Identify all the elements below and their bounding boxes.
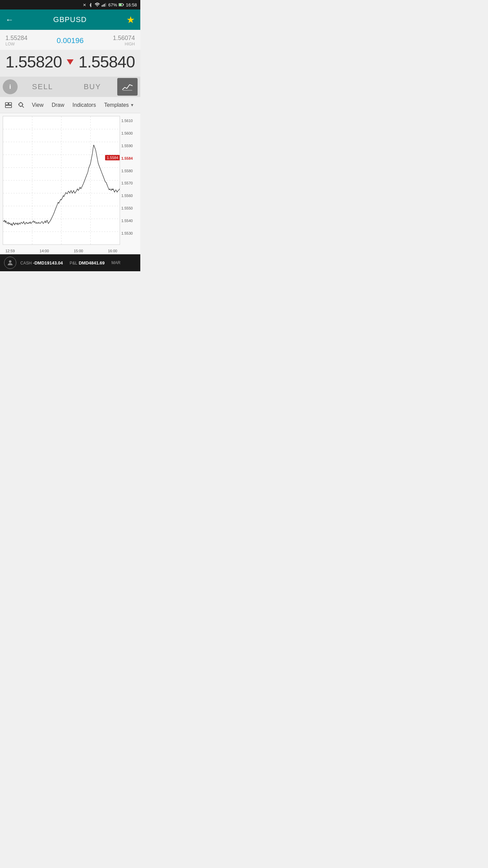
header: ← GBPUSD ★ (0, 9, 140, 30)
chart-toolbar: View Draw Indicators Templates ▼ (0, 97, 140, 113)
avatar-icon (6, 259, 14, 267)
price-change: 0.00196 (57, 36, 84, 45)
bid-ask-separator (67, 59, 74, 65)
high-label: HIGH (113, 42, 135, 46)
wifi-icon (95, 2, 100, 7)
y-label-1: 1.5600 (121, 131, 139, 135)
action-bar: i SELL BUY (0, 77, 140, 97)
svg-rect-9 (9, 102, 12, 104)
bid-price: 1.55820 (5, 53, 62, 71)
bluetooth-icon: ⨯ (83, 2, 86, 7)
battery-icon (119, 3, 124, 7)
svg-rect-8 (5, 102, 8, 104)
svg-line-12 (22, 106, 24, 107)
pl-stat: P&L DMD4841.69 (70, 260, 105, 265)
account-info: CASH -DMD19143.04 P&L DMD4841.69 MAR (20, 260, 136, 265)
cash-value: -DMD19143.04 (33, 260, 63, 265)
x-label-1400: 14:00 (40, 249, 49, 253)
status-icons: ⨯ 67% 16:58 (83, 2, 137, 7)
indicators-label: Indicators (73, 102, 96, 108)
sell-button[interactable]: SELL (18, 79, 67, 94)
mar-stat: MAR (111, 260, 121, 265)
pair-title: GBPUSD (53, 15, 87, 24)
y-label-8: 1.5540 (121, 219, 139, 223)
status-bar: ⨯ 67% 16:58 (0, 0, 140, 9)
crosshair-button[interactable] (16, 99, 27, 111)
price-low: 1.55284 LOW (5, 35, 27, 46)
y-label-9: 1.5530 (121, 231, 139, 235)
svg-rect-10 (5, 105, 12, 107)
view-label: View (32, 102, 43, 108)
bluetooth-icon (88, 2, 93, 7)
svg-point-30 (9, 260, 11, 263)
y-label-7: 1.5550 (121, 206, 139, 210)
low-label: LOW (5, 42, 27, 46)
signal-icon (102, 2, 106, 7)
y-label-3: 1.5584 (121, 156, 139, 160)
view-menu-item[interactable]: View (28, 99, 47, 111)
current-price-badge: 1.5584 (105, 155, 120, 160)
chart-y-axis: 1.56101.56001.55901.55841.55801.55701.55… (120, 116, 140, 245)
svg-rect-5 (123, 4, 124, 5)
svg-rect-1 (103, 4, 104, 6)
chart-icon (122, 82, 133, 92)
svg-rect-2 (104, 4, 105, 6)
svg-rect-3 (105, 3, 106, 7)
pl-value: DMD4841.69 (79, 260, 105, 265)
crosshair-icon (18, 101, 25, 109)
cash-label: CASH (20, 261, 32, 265)
price-summary: 1.55284 LOW 0.00196 1.56074 HIGH (0, 30, 140, 50)
y-label-2: 1.5590 (121, 144, 139, 148)
y-label-0: 1.5610 (121, 119, 139, 123)
draw-menu-item[interactable]: Draw (48, 99, 67, 111)
templates-chevron-icon: ▼ (130, 103, 134, 107)
y-label-5: 1.5570 (121, 181, 139, 185)
chart-x-axis: 12:59 14:00 15:00 16:00 (0, 248, 140, 254)
cash-stat: CASH -DMD19143.04 (20, 260, 63, 265)
svg-rect-7 (123, 90, 133, 91)
templates-menu-item[interactable]: Templates ▼ (101, 99, 138, 111)
info-button[interactable]: i (3, 79, 18, 94)
x-label-1500: 15:00 (74, 249, 83, 253)
high-value: 1.56074 (113, 35, 135, 42)
templates-label: Templates (104, 102, 129, 108)
chart-view-button[interactable] (117, 78, 138, 96)
expand-button[interactable] (3, 99, 14, 111)
sell-label: SELL (32, 82, 53, 91)
draw-label: Draw (52, 102, 64, 108)
trend-indicator (67, 59, 74, 65)
chart-area: 1.5584 1.56101.56001.55901.55841.55801.5… (0, 113, 140, 248)
favorite-star[interactable]: ★ (126, 14, 135, 25)
x-label-1600: 16:00 (108, 249, 117, 253)
ask-price: 1.55840 (78, 53, 135, 71)
x-label-1259: 12:59 (5, 249, 15, 253)
user-avatar[interactable] (4, 257, 16, 269)
buy-button[interactable]: BUY (67, 79, 117, 94)
price-chart-svg (3, 116, 120, 244)
indicators-menu-item[interactable]: Indicators (69, 99, 99, 111)
time-display: 16:58 (126, 2, 137, 7)
back-button[interactable]: ← (5, 15, 14, 24)
y-label-6: 1.5560 (121, 194, 139, 198)
info-icon: i (9, 83, 11, 91)
chart-canvas[interactable]: 1.5584 (3, 116, 120, 245)
bottom-bar: CASH -DMD19143.04 P&L DMD4841.69 MAR (0, 254, 140, 271)
mar-label: MAR (111, 260, 121, 265)
expand-icon (5, 101, 12, 109)
bid-ask-row: 1.55820 1.55840 (0, 50, 140, 77)
y-label-4: 1.5580 (121, 169, 139, 173)
price-high: 1.56074 HIGH (113, 35, 135, 46)
buy-label: BUY (84, 82, 101, 91)
low-value: 1.55284 (5, 35, 27, 42)
pl-label: P&L (70, 261, 78, 265)
svg-rect-0 (102, 5, 102, 6)
battery-percent: 67% (108, 2, 117, 7)
